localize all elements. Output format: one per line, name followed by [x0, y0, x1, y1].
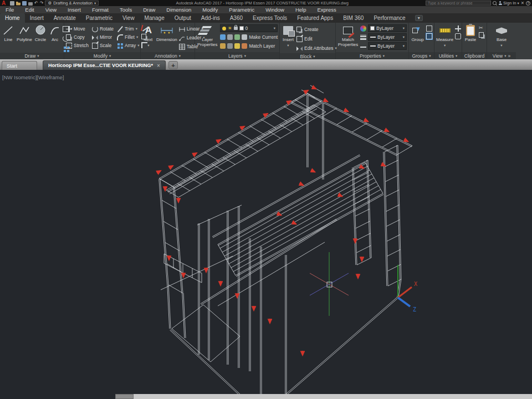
scrollbar-thumb[interactable] [115, 394, 134, 399]
stretch-button[interactable]: Stretch [66, 42, 89, 49]
layer-lock-button-icon[interactable] [220, 43, 226, 49]
layer-off-icon[interactable] [234, 34, 240, 40]
layer-walk-icon[interactable] [234, 43, 240, 49]
menu-insert[interactable]: Insert [62, 7, 86, 13]
layer-unlock-icon[interactable] [227, 43, 233, 49]
panel-label-view[interactable]: View▾ » [487, 52, 516, 59]
move-button[interactable]: Move [66, 25, 89, 33]
workspace-switcher[interactable]: ⚙ Drafting & Annotation ▾ [45, 1, 99, 6]
horizontal-scrollbar[interactable] [115, 394, 532, 399]
match-properties-button[interactable]: Match Properties [337, 24, 359, 47]
cut-icon[interactable]: ✂ [479, 25, 485, 30]
layer-merge-icon[interactable] [242, 43, 247, 49]
scale-button[interactable]: Scale [92, 42, 114, 49]
lineweight-dropdown[interactable]: ByLayer ▾ [368, 33, 407, 41]
close-icon[interactable]: × [157, 63, 160, 68]
menu-view[interactable]: View [40, 7, 62, 13]
tab-a360[interactable]: A360 [225, 13, 248, 23]
menu-edit[interactable]: Edit [19, 7, 39, 13]
panel-label-modify[interactable]: Modify▾ [64, 52, 140, 59]
sign-in-button[interactable]: Sign In ▾ [498, 1, 519, 6]
create-block-button[interactable]: Create [296, 25, 337, 33]
quick-calculator-icon[interactable] [455, 33, 461, 39]
tab-manage[interactable]: Manage [140, 13, 170, 23]
tab-express-tools[interactable]: Express Tools [248, 13, 292, 23]
tab-performance[interactable]: Performance [369, 13, 410, 23]
layer-unisolate-icon[interactable] [242, 34, 247, 40]
undo-icon[interactable]: ↶ [34, 1, 38, 6]
menu-format[interactable]: Format [86, 7, 114, 13]
new-file-icon[interactable] [10, 1, 14, 6]
viewport-controls-label[interactable]: [NW Isometric][Wireframe] [2, 74, 64, 80]
insert-button[interactable]: Insert ▾ [282, 24, 295, 48]
rotate-button[interactable]: Rotate [92, 25, 114, 33]
help-search-input[interactable] [426, 1, 491, 6]
search-button[interactable] [493, 1, 497, 5]
save-icon[interactable] [22, 1, 27, 6]
panel-label-groups[interactable]: Groups▾ [409, 52, 434, 59]
tab-home[interactable]: Home [0, 13, 25, 23]
help-icon[interactable]: ? [526, 1, 530, 6]
tab-annotate[interactable]: Annotate [49, 13, 81, 23]
paste-button[interactable]: Paste [464, 24, 477, 43]
panel-label-draw[interactable]: Draw▾ [0, 53, 64, 59]
line-button[interactable]: Line [2, 24, 15, 43]
menu-modify[interactable]: Modify [197, 7, 223, 13]
group-button[interactable]: Group [411, 24, 424, 43]
match-layer-button[interactable]: Match Layer [249, 43, 275, 49]
trim-button[interactable]: Trim▾ [117, 25, 140, 33]
polyline-button[interactable]: Polyline [17, 24, 32, 43]
tab-document[interactable]: Horticoop IPM Esse...CTIE VOOR KEURING* … [43, 60, 166, 70]
edit-block-button[interactable]: Edit [296, 35, 337, 43]
base-button[interactable]: Base ▾ [493, 24, 510, 48]
linetype-dropdown[interactable]: ByLayer ▾ [368, 42, 407, 50]
panel-overflow-icon[interactable]: » [508, 53, 510, 59]
array-button[interactable]: Array▾ [117, 42, 140, 49]
autodesk-exchange-icon[interactable]: ✕ [521, 1, 524, 6]
tab-insert[interactable]: Insert [25, 13, 49, 23]
lineweight-icon[interactable] [360, 34, 366, 40]
tab-parametric[interactable]: Parametric [81, 13, 117, 23]
redo-icon[interactable]: ↷ [40, 1, 44, 6]
edit-attributes-button[interactable]: Edit Attributes▾ [296, 44, 337, 52]
copy-button[interactable]: Copy [66, 33, 89, 41]
menu-parametric[interactable]: Parametric [223, 7, 260, 13]
panel-label-annotation[interactable]: Annotation▾ [141, 52, 195, 59]
new-drawing-tab-button[interactable]: + [168, 61, 178, 69]
panel-label-utilities[interactable]: Utilities▾ [434, 52, 462, 59]
menu-tools[interactable]: Tools [114, 7, 137, 13]
color-dropdown[interactable]: ByLayer ▾ [368, 24, 407, 32]
tab-featured-apps[interactable]: Featured Apps [292, 13, 338, 23]
tab-view[interactable]: View [117, 13, 140, 23]
ungroup-icon[interactable] [426, 25, 432, 32]
panel-label-layers[interactable]: Layers▾ [195, 52, 279, 59]
tab-add-ins[interactable]: Add-ins [196, 13, 225, 23]
tab-output[interactable]: Output [170, 13, 196, 23]
menu-help[interactable]: Help [290, 7, 312, 13]
open-file-icon[interactable] [16, 1, 21, 6]
offset-icon[interactable] [141, 42, 147, 48]
object-color-icon[interactable] [360, 25, 366, 32]
measure-button[interactable]: Measure ▾ [436, 24, 453, 48]
autocad-logo-icon[interactable]: A [2, 1, 8, 6]
tab-bim360[interactable]: BIM 360 [338, 13, 369, 23]
group-selection-toggle-icon[interactable] [426, 33, 432, 39]
fillet-button[interactable]: Fillet▾ [117, 33, 140, 41]
make-current-button[interactable]: Make Current [249, 34, 278, 40]
panel-label-properties[interactable]: Properties▾ [336, 52, 408, 59]
arc-button[interactable]: Arc [49, 24, 61, 43]
layer-freeze-icon[interactable] [227, 34, 233, 40]
layer-isolate-icon[interactable] [220, 34, 226, 40]
id-point-icon[interactable] [455, 25, 461, 32]
menu-file[interactable]: File [0, 7, 19, 13]
menu-window[interactable]: Window [260, 7, 290, 13]
circle-button[interactable]: Circle [34, 24, 47, 43]
menu-draw[interactable]: Draw [137, 7, 161, 13]
explode-icon[interactable] [141, 34, 147, 40]
menu-express[interactable]: Express [311, 7, 341, 13]
panel-label-block[interactable]: Block▾ [280, 53, 335, 59]
dimension-button[interactable]: Dimension [156, 24, 177, 43]
layer-dropdown[interactable]: ☀ 0 ▾ [220, 24, 278, 32]
menu-dimension[interactable]: Dimension [161, 7, 197, 13]
copy-clip-icon[interactable] [479, 32, 485, 38]
